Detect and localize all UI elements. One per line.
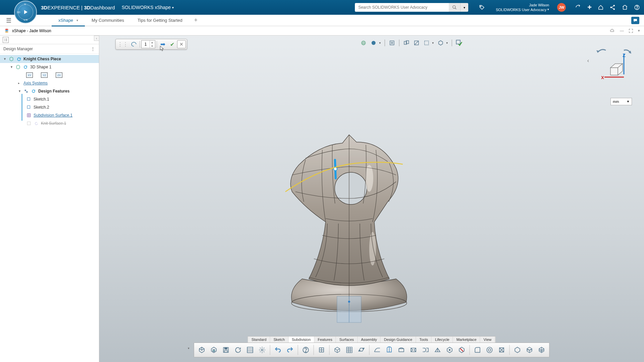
properties-icon[interactable] [245, 344, 256, 356]
zx-plane-icon[interactable]: ZX [56, 72, 62, 78]
user-block[interactable]: Jade Wilson SOLIDWORKS User Advocacy▾ [496, 3, 549, 12]
cube-icon[interactable] [512, 344, 523, 356]
add-icon[interactable]: + [587, 3, 592, 12]
yz-plane-icon[interactable]: YZ [41, 72, 48, 78]
count-spinner[interactable]: ▲▼ [141, 40, 155, 48]
display-dropdown-icon[interactable]: ▼ [446, 42, 449, 45]
fillet-icon[interactable] [472, 344, 483, 356]
loop-cut-icon[interactable] [408, 344, 419, 356]
new-icon[interactable] [196, 344, 208, 356]
bridge-icon[interactable] [420, 344, 431, 356]
twisty-down-icon[interactable]: ▼ [10, 65, 13, 69]
mesh-icon[interactable] [536, 344, 547, 356]
home-icon[interactable] [622, 4, 628, 10]
undo-icon[interactable] [272, 344, 284, 356]
btab-lifecycle[interactable]: Lifecycle [432, 337, 453, 343]
delete-face-icon[interactable] [456, 344, 468, 356]
save-icon[interactable] [220, 344, 232, 356]
tree-axis[interactable]: ▸ Axis Systems [0, 79, 99, 87]
select-dropdown-icon[interactable]: ▼ [432, 42, 435, 45]
primitive-box-icon[interactable] [316, 344, 327, 356]
twisty-down-icon[interactable]: ▼ [3, 57, 7, 61]
xy-plane-icon[interactable]: XY [26, 72, 33, 78]
tag-icon[interactable] [479, 4, 485, 10]
confirm-feature-icon[interactable] [455, 39, 464, 47]
btab-subdivision[interactable]: Subdivision [288, 337, 314, 343]
apply-arrow-icon[interactable]: ➡ [158, 40, 167, 48]
view-triad[interactable]: z x [592, 46, 632, 82]
minimize-icon[interactable]: — [620, 28, 624, 33]
btab-tools[interactable]: Tools [416, 337, 432, 343]
bend-icon[interactable] [396, 344, 407, 356]
add-tab-button[interactable]: + [192, 16, 200, 24]
twisty-right-icon[interactable]: ▸ [18, 81, 21, 85]
share-icon[interactable] [598, 4, 604, 10]
btab-design-guidance[interactable]: Design Guidance [381, 337, 416, 343]
tree-root[interactable]: ▼ Knight Chess Piece [0, 55, 99, 63]
search-input[interactable] [355, 3, 449, 12]
subdiv-box-icon[interactable] [332, 344, 343, 356]
network-share-icon[interactable] [610, 4, 616, 10]
tree-shape[interactable]: ▼ 3D Shape 1 [0, 63, 99, 71]
section-icon[interactable] [402, 39, 411, 47]
tab-xshape[interactable]: xShape▾ [52, 15, 85, 26]
fit-view-icon[interactable] [388, 39, 396, 47]
btab-assembly[interactable]: Assembly [358, 337, 381, 343]
tab-tips[interactable]: Tips for Getting Started [131, 15, 189, 26]
chevron-down-icon[interactable]: ▾ [638, 28, 640, 33]
btab-features[interactable]: Features [314, 337, 336, 343]
tree-item-knit[interactable]: Knit Surface.1 [0, 119, 99, 127]
settings-icon[interactable] [257, 344, 268, 356]
btab-sketch[interactable]: Sketch [270, 337, 288, 343]
wireframe-icon[interactable] [524, 344, 535, 356]
panel-menu-icon[interactable]: ⋮ [91, 46, 96, 52]
menu-icon[interactable]: ☰ [6, 17, 11, 24]
globe-wire-icon[interactable] [359, 39, 368, 47]
hide-show-icon[interactable] [412, 39, 421, 47]
select-mode-icon[interactable] [422, 39, 431, 47]
triad-collapse-icon[interactable]: ‹ [587, 58, 589, 64]
tree-item-sketch2[interactable]: Sketch.2 [0, 103, 99, 111]
cancel-icon[interactable]: ✕ [177, 40, 186, 48]
cloud-icon[interactable] [609, 28, 615, 33]
subdiv-grid-icon[interactable] [344, 344, 355, 356]
globe-dropdown-icon[interactable]: ▼ [379, 42, 382, 45]
unit-dropdown[interactable]: mm▼ [610, 98, 632, 105]
spin-down[interactable]: ▼ [150, 44, 154, 48]
crease-icon[interactable] [432, 344, 443, 356]
btab-surfaces[interactable]: Surfaces [336, 337, 358, 343]
extrude-side-icon[interactable] [372, 344, 383, 356]
help-icon[interactable] [634, 4, 640, 10]
ok-icon[interactable]: ✔ [168, 40, 176, 48]
spin-up[interactable]: ▲ [150, 41, 154, 44]
loop-tool-icon[interactable] [129, 40, 138, 48]
open-icon[interactable] [208, 344, 220, 356]
compass-widget[interactable]: V 3D V.R [14, 1, 37, 23]
avatar[interactable]: JW [557, 3, 566, 12]
display-mode-icon[interactable] [436, 39, 445, 47]
update-icon[interactable] [232, 344, 244, 356]
shell-icon[interactable] [484, 344, 495, 356]
pattern-icon[interactable] [496, 344, 507, 356]
drag-handle-icon[interactable]: ⋮⋮ [117, 41, 129, 48]
subdiv-cage-icon[interactable] [384, 344, 395, 356]
btab-marketplace[interactable]: Marketplace [453, 337, 480, 343]
tree-item-subdiv[interactable]: Subdivision Surface.1 [0, 111, 99, 119]
subdiv-plane-icon[interactable] [356, 344, 367, 356]
tree-features[interactable]: ▼ Design Features [0, 87, 99, 95]
chat-icon[interactable] [631, 17, 639, 24]
btab-standard[interactable]: Standard [248, 337, 270, 343]
redo-icon[interactable] [284, 344, 296, 356]
search-button[interactable] [449, 3, 460, 12]
globe-solid-icon[interactable] [369, 39, 378, 47]
notifications-icon[interactable] [575, 4, 581, 10]
search-scope-dropdown[interactable]: ▾ [460, 3, 468, 12]
tree-mode-icon[interactable] [3, 37, 9, 43]
app-breadcrumb[interactable]: SOLIDWORKS xShape ▾ [122, 5, 174, 10]
help-icon[interactable] [300, 344, 312, 356]
viewport[interactable]: ⋮⋮ ▲▼ ➡ ✔ ✕ ▼ ▼ [99, 36, 644, 362]
collapse-panel-icon[interactable]: ‹ [94, 36, 99, 41]
box-deform-icon[interactable] [444, 344, 455, 356]
count-input[interactable] [142, 42, 150, 47]
maximize-icon[interactable] [629, 28, 633, 33]
